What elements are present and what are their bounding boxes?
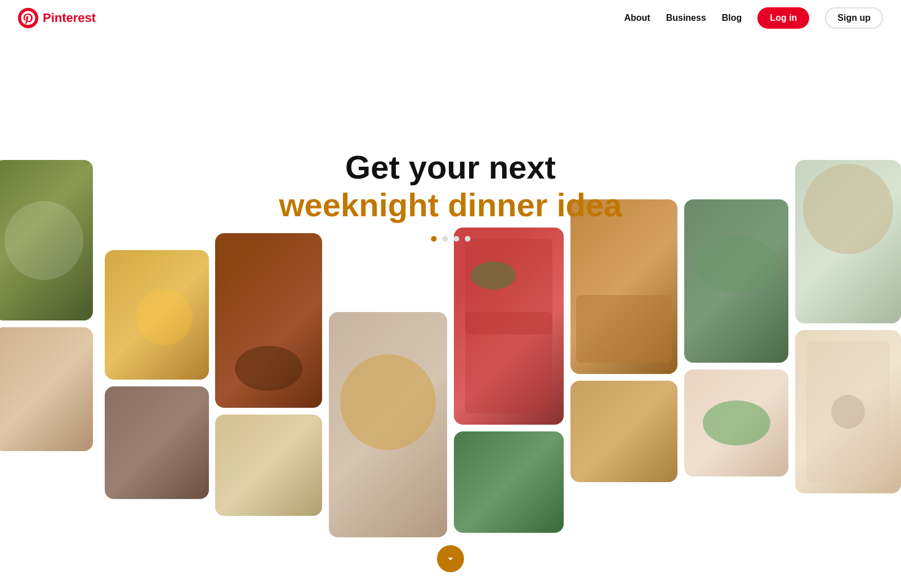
food-image-card[interactable] — [570, 381, 677, 482]
header: Pinterest About Business Blog Log in Sig… — [0, 0, 901, 36]
headline-area: Get your next weeknight dinner idea — [279, 149, 622, 242]
image-col-6 — [684, 199, 788, 476]
food-image-card[interactable] — [795, 330, 901, 493]
image-col-3 — [329, 312, 447, 537]
nav-blog[interactable]: Blog — [722, 13, 742, 23]
food-image-card[interactable] — [454, 431, 564, 533]
food-image-card[interactable] — [215, 415, 322, 516]
image-col-1 — [105, 250, 209, 499]
image-col-7 — [795, 160, 901, 493]
image-col-0 — [0, 160, 93, 451]
food-image-card[interactable] — [684, 369, 788, 476]
nav-business[interactable]: Business — [666, 13, 706, 23]
food-image-card[interactable] — [0, 160, 93, 320]
headline-line1: Get your next — [279, 149, 622, 186]
logo[interactable]: Pinterest — [18, 8, 96, 28]
food-image-card[interactable] — [329, 312, 447, 537]
dot-2[interactable] — [442, 236, 448, 242]
nav: About Business Blog Log in Sign up — [624, 7, 883, 29]
logo-text: Pinterest — [43, 11, 96, 25]
food-image-card[interactable] — [105, 386, 209, 499]
signup-button[interactable]: Sign up — [825, 7, 883, 29]
nav-about[interactable]: About — [624, 13, 650, 23]
image-col-4 — [454, 228, 564, 533]
hero-section: Get your next weeknight dinner idea — [0, 36, 901, 588]
food-image-card[interactable] — [454, 228, 564, 425]
dot-4[interactable] — [465, 236, 470, 242]
food-image-card[interactable] — [684, 199, 788, 363]
dot-1[interactable] — [431, 236, 436, 242]
food-image-card[interactable] — [795, 160, 901, 323]
pinterest-logo-icon — [18, 8, 38, 28]
headline-line2: weeknight dinner idea — [279, 186, 622, 224]
dot-3[interactable] — [453, 236, 459, 242]
scroll-down-button[interactable] — [437, 545, 464, 572]
image-col-2 — [215, 233, 322, 516]
food-image-card[interactable] — [0, 327, 93, 451]
food-image-card[interactable] — [215, 233, 322, 408]
food-image-card[interactable] — [105, 250, 209, 380]
chevron-down-icon — [444, 553, 457, 565]
login-button[interactable]: Log in — [757, 7, 809, 29]
carousel-dots — [279, 236, 622, 242]
